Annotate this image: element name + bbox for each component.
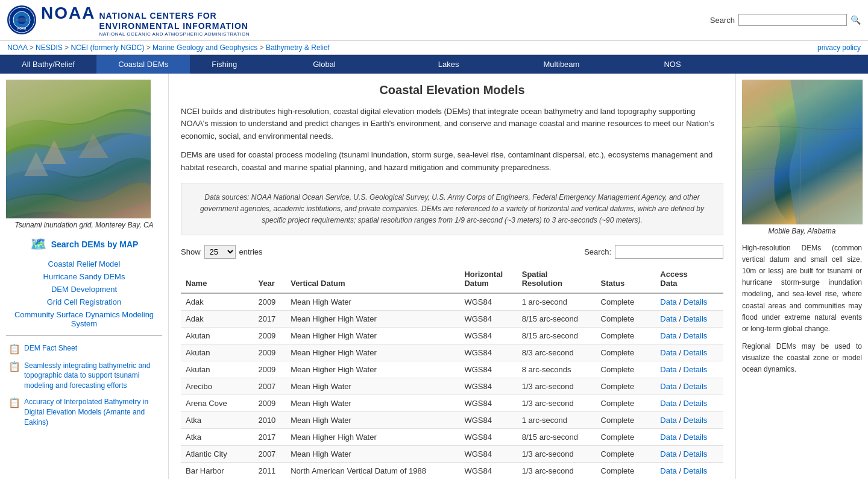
cell-vertical-datum: Mean Higher High Water (286, 328, 459, 344)
noaa-sub: NATIONAL OCEANIC AND ATMOSPHERIC ADMINIS… (99, 31, 249, 37)
table-row: Atka2017Mean Higher High WaterWGS848/15 … (181, 429, 723, 446)
nav-all-bathy[interactable]: All Bathy/Relief (0, 55, 96, 74)
table-row: Akutan2009Mean Higher High WaterWGS848 a… (181, 361, 723, 378)
details-link[interactable]: Details (684, 314, 708, 323)
right-sidebar: Mobile Bay, Alabama High-resolution DEMs… (735, 74, 868, 479)
header-left: NOAA NOAA NATIONAL CENTERS FOR ENVIRONME… (7, 4, 250, 37)
cell-status: Complete (596, 328, 656, 344)
sidebar-link-grid-cell[interactable]: Grid Cell Registration (12, 297, 156, 306)
data-link[interactable]: Data (660, 382, 676, 391)
cell-name: Atka (181, 429, 253, 446)
table-header-row: Name Year Vertical Datum HorizontalDatum… (181, 265, 723, 293)
nav-coastal-dems[interactable]: Coastal DEMs (96, 55, 190, 74)
intro-paragraph-1: NCEI builds and distributes high-resolut… (181, 106, 723, 143)
doc-link-factsheet[interactable]: DEM Fact Sheet (24, 343, 77, 354)
breadcrumb-noaa[interactable]: NOAA (7, 43, 27, 52)
details-link[interactable]: Details (684, 365, 708, 374)
col-status: Status (596, 265, 656, 293)
cell-name: Akutan (181, 344, 253, 361)
noaa-full-name2: ENVIRONMENTAL INFORMATION (99, 21, 249, 31)
breadcrumb-ncei[interactable]: NCEI (formerly NGDC) (71, 43, 144, 52)
nav-lakes[interactable]: Lakes (390, 55, 508, 74)
nav-fishing[interactable]: Fishing (190, 55, 259, 74)
cell-spatial-resolution: 8 arc-seconds (517, 361, 596, 378)
cell-access-data: Data / Details (655, 378, 723, 395)
col-horizontal-datum: HorizontalDatum (459, 265, 517, 293)
data-link[interactable]: Data (660, 365, 676, 374)
table-row: Akutan2009Mean Higher High WaterWGS848/1… (181, 328, 723, 344)
show-entries-select[interactable]: 10 25 50 100 (204, 245, 236, 259)
details-link[interactable]: Details (684, 449, 708, 458)
search-button[interactable]: 🔍 (851, 15, 861, 25)
table-row: Bar Harbor2011North American Vertical Da… (181, 463, 723, 479)
cell-year: 2007 (253, 378, 286, 395)
details-link[interactable]: Details (684, 433, 708, 442)
cell-horizontal-datum: WGS84 (459, 311, 517, 328)
breadcrumb-nesdis[interactable]: NESDIS (36, 43, 63, 52)
col-spatial-resolution: SpatialResolution (517, 265, 596, 293)
nav-global[interactable]: Global (259, 55, 390, 74)
data-link[interactable]: Data (660, 433, 676, 442)
data-link[interactable]: Data (660, 297, 676, 306)
details-link[interactable]: Details (684, 399, 708, 408)
data-link[interactable]: Data (660, 466, 676, 475)
sidebar-link-dem-development[interactable]: DEM Development (12, 285, 156, 294)
cell-year: 2009 (253, 293, 286, 311)
details-link[interactable]: Details (684, 331, 708, 340)
details-link[interactable]: Details (684, 297, 708, 306)
privacy-policy-link[interactable]: privacy policy (817, 43, 861, 52)
sidebar-link-csdms[interactable]: Community Surface Dynamics Modeling Syst… (12, 310, 156, 328)
details-link[interactable]: Details (684, 382, 708, 391)
cell-spatial-resolution: 1/3 arc-second (517, 378, 596, 395)
data-link[interactable]: Data (660, 416, 676, 425)
cell-status: Complete (596, 311, 656, 328)
cell-name: Adak (181, 311, 253, 328)
details-link[interactable]: Details (684, 348, 708, 357)
doc-link-seamlessly[interactable]: Seamlessly integrating bathymetric and t… (24, 361, 160, 391)
cell-access-data: Data / Details (655, 328, 723, 344)
right-desc-para1: High-resolution DEMs (common vertical da… (742, 243, 862, 335)
search-input[interactable] (738, 14, 847, 26)
dem-table-body: Adak2009Mean High WaterWGS841 arc-second… (181, 293, 723, 479)
data-link[interactable]: Data (660, 449, 676, 458)
data-link[interactable]: Data (660, 331, 676, 340)
sidebar-map (6, 80, 151, 218)
cell-name: Adak (181, 293, 253, 311)
table-row: Akutan2009Mean Higher High WaterWGS848/3… (181, 344, 723, 361)
breadcrumb-bathymetry[interactable]: Bathymetry & Relief (266, 43, 330, 52)
cell-status: Complete (596, 395, 656, 412)
sidebar-link-hurricane-sandy[interactable]: Hurricane Sandy DEMs (12, 272, 156, 281)
cell-year: 2017 (253, 311, 286, 328)
nav-multibeam[interactable]: Multibeam (507, 55, 615, 74)
col-year: Year (253, 265, 286, 293)
doc-item-seamlessly: 📋 Seamlessly integrating bathymetric and… (8, 361, 160, 391)
show-entries: Show 10 25 50 100 entries (181, 245, 263, 259)
data-link[interactable]: Data (660, 399, 676, 408)
details-link[interactable]: Details (684, 416, 708, 425)
sidebar-link-coastal-relief[interactable]: Coastal Relief Model (12, 259, 156, 268)
breadcrumb-marine-geology[interactable]: Marine Geology and Geophysics (153, 43, 257, 52)
nav-nos[interactable]: NOS (615, 55, 729, 74)
data-link[interactable]: Data (660, 314, 676, 323)
cell-spatial-resolution: 8/15 arc-second (517, 328, 596, 344)
cell-spatial-resolution: 8/15 arc-second (517, 311, 596, 328)
cell-name: Akutan (181, 361, 253, 378)
col-vertical-datum: Vertical Datum (286, 265, 459, 293)
map-icon: 🗺️ (30, 236, 46, 252)
details-link[interactable]: Details (684, 466, 708, 475)
cell-vertical-datum: Mean Higher High Water (286, 344, 459, 361)
right-desc-para2: Regional DEMs may be used to visualize t… (742, 341, 862, 376)
cell-spatial-resolution: 1/3 arc-second (517, 463, 596, 479)
search-dems-link[interactable]: Search DEMs by MAP (51, 240, 139, 249)
search-dems-map-section: 🗺️ Search DEMs by MAP (6, 236, 162, 252)
cell-horizontal-datum: WGS84 (459, 412, 517, 429)
cell-horizontal-datum: WGS84 (459, 446, 517, 463)
cell-name: Atlantic City (181, 446, 253, 463)
cell-year: 2007 (253, 446, 286, 463)
data-link[interactable]: Data (660, 348, 676, 357)
cell-horizontal-datum: WGS84 (459, 293, 517, 311)
doc-link-accuracy[interactable]: Accuracy of Interpolated Bathymetry in D… (24, 397, 160, 427)
cell-year: 2009 (253, 395, 286, 412)
table-search-input[interactable] (615, 245, 723, 259)
cell-year: 2009 (253, 361, 286, 378)
